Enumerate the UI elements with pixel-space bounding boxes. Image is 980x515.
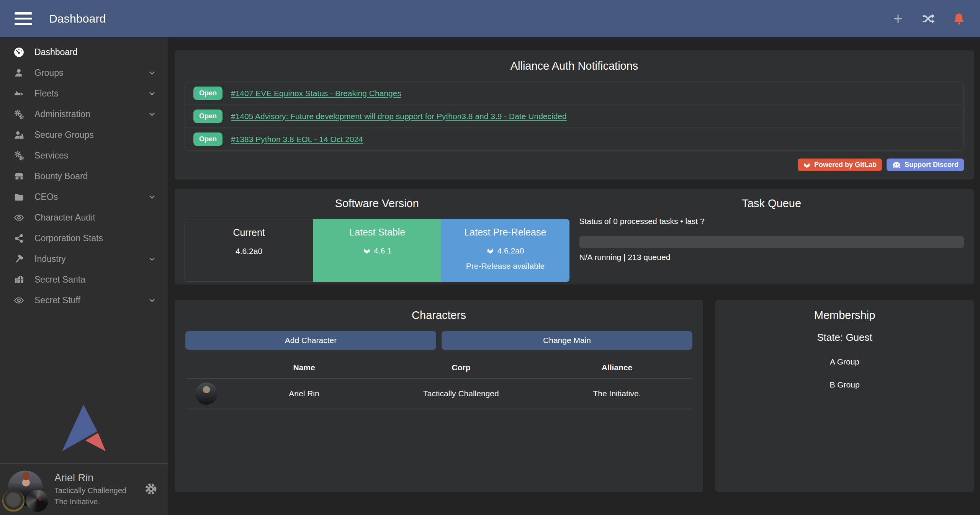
gitlab-icon — [486, 247, 494, 255]
shuffle-icon[interactable] — [921, 12, 935, 25]
pre-release-note: Pre-Release available — [441, 262, 569, 271]
shop-icon — [11, 171, 27, 181]
discord-icon — [892, 161, 901, 169]
alliance-auth-logo — [61, 404, 107, 452]
sidebar-item-fleets[interactable]: Fleets — [0, 83, 168, 104]
gear-icon[interactable] — [144, 482, 158, 496]
name-column-header: Name — [227, 358, 381, 379]
top-header: Dashboard — [0, 0, 980, 37]
gifts-icon — [11, 275, 27, 285]
user-icon — [11, 68, 27, 78]
eye-icon — [11, 295, 27, 306]
external-badges: Powered by GitLab Support Discord — [185, 159, 964, 171]
membership-state: State: Guest — [728, 332, 961, 343]
notifications-panel: Alliance Auth Notifications Open #1407 E… — [175, 50, 974, 180]
corp-column-header: Corp — [381, 358, 542, 379]
characters-table: Name Corp Alliance Ariel Rin Tactically … — [185, 358, 692, 409]
support-discord-badge[interactable]: Support Discord — [887, 159, 964, 171]
list-item: A Group — [728, 351, 961, 374]
sidebar-item-secure-groups[interactable]: Secure Groups — [0, 124, 168, 145]
task-queue-section: Task Queue Status of 0 processed tasks •… — [569, 197, 964, 276]
sidebar-item-secret-stuff[interactable]: Secret Stuff — [0, 290, 168, 311]
user-avatar — [8, 471, 44, 507]
sidebar-item-bounty-board[interactable]: Bounty Board — [0, 166, 168, 186]
user-panel: Ariel Rin Tactically Challenged The Init… — [0, 463, 168, 515]
user-alliance: The Initiative. — [54, 497, 141, 506]
powered-by-gitlab-badge[interactable]: Powered by GitLab — [798, 159, 882, 171]
sidebar-item-secret-santa[interactable]: Secret Santa — [0, 269, 168, 290]
bell-icon[interactable] — [952, 12, 965, 26]
sidebar-item-label: Secure Groups — [34, 130, 156, 140]
software-version-section: Software Version Current 4.6.2a0 Latest … — [185, 197, 569, 276]
sidebar: Dashboard Groups Fleets Ad — [0, 37, 168, 515]
alliance-logo-badge — [26, 490, 48, 512]
sidebar-item-label: Character Audit — [34, 213, 156, 223]
sidebar-item-industry[interactable]: Industry — [0, 249, 168, 269]
chevron-down-icon — [148, 296, 156, 304]
sidebar-nav: Dashboard Groups Fleets Ad — [0, 37, 168, 311]
sidebar-item-label: Secret Santa — [34, 275, 156, 285]
sidebar-item-character-audit[interactable]: Character Audit — [0, 207, 168, 228]
gears-icon — [11, 109, 27, 119]
version-taskqueue-panel: Software Version Current 4.6.2a0 Latest … — [175, 189, 974, 284]
gitlab-icon — [803, 161, 811, 169]
notification-link[interactable]: #1383 Python 3.8 EOL - 14 Oct 2024 — [231, 135, 363, 144]
sidebar-item-label: Fleets — [34, 88, 148, 99]
avatar-column-header — [185, 358, 227, 379]
gauge-icon — [11, 47, 27, 57]
main-content: Alliance Auth Notifications Open #1407 E… — [168, 37, 980, 515]
version-box-latest-stable: Latest Stable 4.6.1 — [313, 219, 441, 282]
add-character-button[interactable]: Add Character — [185, 331, 436, 350]
eye-icon — [11, 213, 27, 223]
notifications-list: Open #1407 EVE Equinox Status - Breaking… — [185, 82, 964, 151]
notification-row: Open #1405 Advisory: Future development … — [185, 105, 964, 128]
bottom-row: Characters Add Character Change Main Nam… — [175, 300, 974, 492]
task-queue-status: Status of 0 processed tasks • last ? — [579, 217, 964, 226]
sidebar-item-label: Secret Stuff — [34, 295, 148, 306]
status-badge: Open — [193, 87, 223, 100]
chevron-down-icon — [148, 89, 156, 98]
task-queue-title: Task Queue — [579, 197, 964, 210]
characters-panel: Characters Add Character Change Main Nam… — [175, 300, 703, 492]
page-title: Dashboard — [49, 12, 106, 25]
membership-panel: Membership State: Guest A Group B Group — [715, 300, 974, 492]
chevron-down-icon — [148, 69, 156, 77]
sidebar-item-corporation-stats[interactable]: Corporation Stats — [0, 228, 168, 249]
menu-icon[interactable] — [15, 12, 32, 25]
list-item: B Group — [728, 374, 961, 397]
alliance-auth-app: Dashboard — [0, 0, 980, 515]
characters-actions: Add Character Change Main — [185, 331, 692, 350]
sidebar-item-label: Corporation Stats — [34, 233, 156, 244]
task-queue-counts: N/A running | 213 queued — [579, 253, 964, 262]
corp-logo-badge — [2, 490, 25, 512]
sidebar-item-label: Dashboard — [34, 47, 156, 57]
sidebar-item-ceos[interactable]: CEOs — [0, 186, 168, 207]
folder-icon — [11, 192, 27, 202]
sidebar-item-label: Services — [34, 150, 156, 161]
gears-icon — [11, 150, 27, 161]
rocket-icon — [11, 88, 27, 99]
notification-link[interactable]: #1407 EVE Equinox Status - Breaking Chan… — [231, 89, 401, 98]
share-nodes-icon — [11, 233, 27, 243]
plus-icon[interactable] — [892, 13, 904, 25]
notification-row: Open #1407 EVE Equinox Status - Breaking… — [185, 82, 964, 105]
sidebar-item-services[interactable]: Services — [0, 145, 168, 166]
character-alliance-cell: The Initiative. — [542, 379, 692, 409]
notification-link[interactable]: #1405 Advisory: Future development will … — [231, 112, 567, 121]
header-actions — [892, 12, 965, 26]
gitlab-icon — [363, 247, 371, 255]
alliance-column-header: Alliance — [542, 358, 692, 379]
table-row: Ariel Rin Tactically Challenged The Init… — [185, 379, 692, 409]
sidebar-item-groups[interactable]: Groups — [0, 62, 168, 83]
software-version-title: Software Version — [185, 197, 569, 210]
change-main-button[interactable]: Change Main — [442, 331, 692, 350]
table-header-row: Name Corp Alliance — [185, 358, 692, 379]
status-badge: Open — [193, 132, 223, 146]
sidebar-item-label: Bounty Board — [34, 171, 156, 181]
version-boxes: Current 4.6.2a0 Latest Stable 4.6.1 Late… — [185, 219, 569, 282]
version-box-latest-pre-release: Latest Pre-Release 4.6.2a0 Pre-Release a… — [441, 219, 569, 282]
sidebar-item-administration[interactable]: Administration — [0, 104, 168, 124]
hammer-icon — [11, 254, 27, 264]
user-name: Ariel Rin — [54, 472, 141, 484]
sidebar-item-dashboard[interactable]: Dashboard — [0, 42, 168, 62]
